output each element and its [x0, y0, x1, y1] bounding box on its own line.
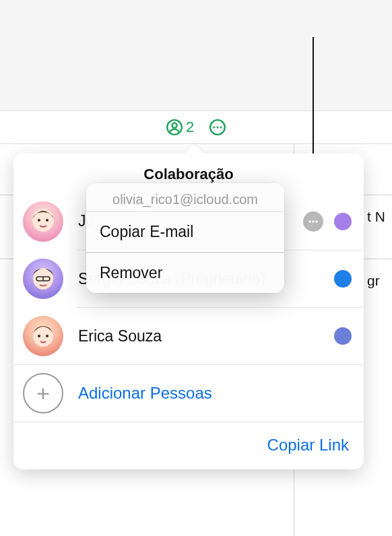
remove-menu-item[interactable]: Remover [86, 253, 284, 293]
svg-point-6 [32, 209, 54, 232]
svg-point-5 [220, 126, 222, 128]
participant-context-menu: olivia_rico1@icloud.com Copiar E-mail Re… [86, 183, 284, 293]
background-cell-text: gr [367, 273, 380, 289]
memoji-icon [23, 259, 63, 299]
svg-point-1 [172, 123, 176, 128]
toolbar: 2 [0, 110, 392, 144]
participant-more-button[interactable] [303, 211, 323, 232]
avatar [23, 316, 63, 356]
svg-point-9 [308, 220, 311, 223]
copy-link-button[interactable]: Copiar Link [267, 436, 349, 455]
svg-point-11 [315, 220, 318, 223]
participant-name: Erica Souza [78, 327, 334, 345]
svg-point-17 [46, 335, 48, 337]
plus-icon: + [23, 373, 63, 413]
person-icon [166, 119, 183, 136]
svg-point-16 [38, 335, 40, 337]
background-cell-text: t N [367, 209, 385, 225]
popover-footer: Copiar Link [13, 422, 364, 469]
svg-point-8 [46, 219, 48, 222]
copy-email-menu-item[interactable]: Copiar E-mail [86, 211, 284, 252]
svg-point-7 [38, 219, 40, 222]
avatar [23, 259, 63, 299]
participant-row[interactable]: Erica Souza [77, 307, 364, 364]
svg-point-3 [214, 126, 216, 128]
toolbar-more-button[interactable] [209, 119, 226, 136]
presence-dot [334, 213, 352, 230]
collaboration-button[interactable]: 2 [166, 119, 194, 136]
collaboration-count: 2 [186, 119, 194, 136]
presence-dot [334, 270, 352, 288]
presence-dot [334, 327, 352, 345]
svg-point-4 [217, 126, 219, 128]
svg-point-10 [312, 220, 315, 223]
context-menu-email: olivia_rico1@icloud.com [86, 183, 284, 211]
svg-point-15 [33, 325, 53, 347]
ellipsis-icon [308, 216, 319, 227]
add-people-button[interactable]: + Adicionar Pessoas [13, 364, 364, 422]
memoji-icon [23, 316, 63, 356]
memoji-icon [23, 201, 63, 242]
avatar [23, 201, 63, 242]
add-people-label: Adicionar Pessoas [78, 384, 212, 403]
